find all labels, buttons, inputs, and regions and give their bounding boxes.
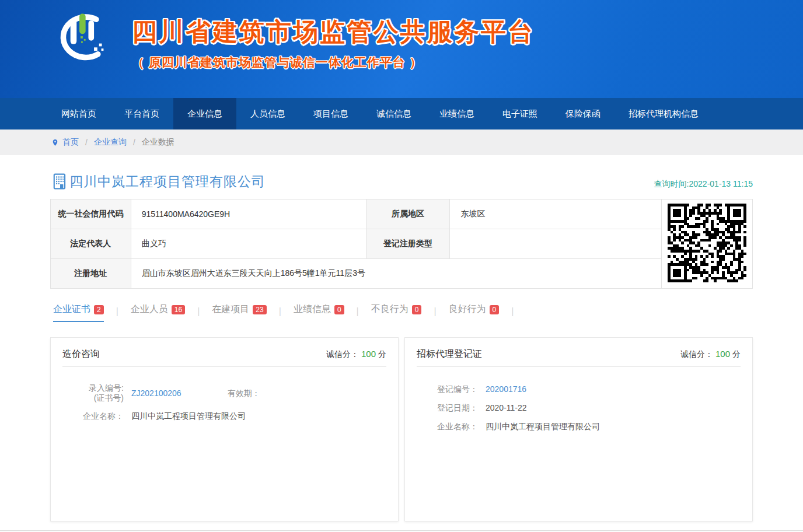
card-body: 登记编号： 202001716 登记日期： 2020-11-22 企业名称： 四… bbox=[417, 367, 741, 432]
tab-performance-info[interactable]: 业绩信息 0 bbox=[294, 303, 344, 322]
field-row-registration-date: 登记日期： 2020-11-22 bbox=[417, 402, 741, 414]
breadcrumb: 首页 / 企业查询 / 企业数据 bbox=[0, 130, 803, 155]
nav-item-credit-info[interactable]: 诚信信息 bbox=[362, 98, 425, 130]
company-title-row: 四川中岚工程项目管理有限公司 查询时间:2022-01-13 11:15 bbox=[50, 172, 753, 191]
credit-score-value: 100 bbox=[715, 349, 730, 359]
tab-count-badge: 16 bbox=[172, 305, 185, 314]
tab-enterprise-personnel[interactable]: 企业人员 16 bbox=[131, 303, 185, 322]
nav-item-enterprise-info[interactable]: 企业信息 bbox=[173, 98, 236, 130]
field-label-registration-type: 登记注册类型 bbox=[366, 229, 450, 259]
tab-label: 企业人员 bbox=[131, 303, 168, 316]
company-name-label: 企业名称： bbox=[62, 410, 124, 422]
tab-count-badge: 0 bbox=[490, 305, 500, 314]
tab-label: 不良行为 bbox=[371, 303, 409, 316]
tab-bad-behavior[interactable]: 不良行为 0 bbox=[371, 303, 422, 322]
nav-item-e-certificate[interactable]: 电子证照 bbox=[488, 98, 551, 130]
page-title-company-name: 四川中岚工程项目管理有限公司 bbox=[69, 173, 266, 191]
credit-score-label: 诚信分： bbox=[326, 349, 359, 359]
credit-score-unit: 分 bbox=[378, 349, 386, 359]
credit-score: 诚信分：100分 bbox=[326, 349, 386, 360]
tab-separator: | bbox=[197, 306, 200, 322]
field-value-registration-type bbox=[450, 229, 662, 259]
tab-count-badge: 23 bbox=[253, 305, 266, 314]
site-subtitle: （ 原四川省建筑市场监管与诚信一体化工作平台 ） bbox=[132, 54, 535, 71]
building-icon bbox=[53, 173, 67, 190]
breadcrumb-current-page: 企业数据 bbox=[142, 137, 174, 148]
registration-number-label: 登记编号： bbox=[417, 383, 478, 395]
field-row-registration-number: 登记编号： 202001716 bbox=[417, 383, 741, 395]
nav-item-bidding-agency-info[interactable]: 招标代理机构信息 bbox=[615, 98, 713, 130]
card-title: 招标代理登记证 bbox=[417, 348, 482, 360]
field-row-company-name: 企业名称： 四川中岚工程项目管理有限公司 bbox=[417, 421, 741, 432]
tab-separator: | bbox=[279, 306, 281, 322]
certificate-number-label-line2: (证书号) bbox=[62, 393, 124, 403]
tab-separator: | bbox=[357, 306, 359, 322]
company-name-label: 企业名称： bbox=[417, 421, 478, 432]
card-header: 招标代理登记证 诚信分：100分 bbox=[417, 338, 741, 367]
field-value-credit-code: 91511400MA6420GE9H bbox=[131, 200, 366, 229]
field-row-certificate-number: 录入编号: (证书号) ZJ202100206 有效期： bbox=[62, 383, 386, 403]
nav-item-site-home[interactable]: 网站首页 bbox=[47, 98, 110, 130]
breadcrumb-enterprise-query-link[interactable]: 企业查询 bbox=[94, 137, 127, 148]
nav-item-insurance-guarantee[interactable]: 保险保函 bbox=[551, 98, 615, 130]
tab-separator: | bbox=[511, 306, 514, 322]
company-name-value: 四川中岚工程项目管理有限公司 bbox=[486, 421, 600, 432]
table-row: 统一社会信用代码 91511400MA6420GE9H 所属地区 东坡区 bbox=[51, 200, 753, 229]
registration-number-link[interactable]: 202001716 bbox=[486, 383, 526, 395]
qr-cell bbox=[662, 200, 753, 289]
tab-count-badge: 0 bbox=[334, 305, 344, 314]
field-label-registered-address: 注册地址 bbox=[51, 259, 131, 289]
location-pin-icon bbox=[51, 138, 59, 148]
credit-score-label: 诚信分： bbox=[680, 349, 713, 359]
tab-separator: | bbox=[434, 306, 436, 322]
tab-count-badge: 0 bbox=[412, 305, 422, 314]
certificate-number-label: 录入编号: (证书号) bbox=[62, 383, 124, 403]
card-body: 录入编号: (证书号) ZJ202100206 有效期： 企业名称： 四川中岚工… bbox=[62, 367, 386, 422]
card-header: 造价咨询 诚信分：100分 bbox=[62, 338, 386, 367]
nav-item-platform-home[interactable]: 平台首页 bbox=[110, 98, 173, 130]
platform-logo-icon bbox=[51, 7, 110, 68]
query-time: 查询时间:2022-01-13 11:15 bbox=[654, 179, 753, 190]
site-title: 四川省建筑市场监管公共服务平台 bbox=[132, 15, 535, 49]
credit-score: 诚信分：100分 bbox=[680, 349, 741, 360]
breadcrumb-separator: / bbox=[133, 138, 135, 147]
company-name-value: 四川中岚工程项目管理有限公司 bbox=[131, 410, 246, 422]
tab-good-behavior[interactable]: 良好行为 0 bbox=[449, 303, 500, 322]
registration-date-value: 2020-11-22 bbox=[486, 402, 527, 414]
bidding-agency-registration-card: 招标代理登记证 诚信分：100分 登记编号： 202001716 登记日期： 2… bbox=[404, 337, 753, 522]
field-value-legal-representative: 曲义巧 bbox=[131, 229, 366, 259]
nav-item-project-info[interactable]: 项目信息 bbox=[299, 98, 362, 130]
credit-score-value: 100 bbox=[361, 349, 376, 359]
table-row: 法定代表人 曲义巧 登记注册类型 bbox=[51, 229, 753, 259]
field-label-legal-representative: 法定代表人 bbox=[51, 229, 131, 259]
cost-consulting-certificate-card: 造价咨询 诚信分：100分 录入编号: (证书号) ZJ202100206 有效… bbox=[50, 337, 399, 522]
detail-tabs: 企业证书 2 | 企业人员 16 | 在建项目 23 | 业绩信息 0 | 不良… bbox=[50, 303, 753, 322]
nav-item-personnel-info[interactable]: 人员信息 bbox=[236, 98, 299, 130]
credit-score-unit: 分 bbox=[732, 349, 741, 359]
certificate-number-link[interactable]: ZJ202100206 bbox=[131, 387, 181, 399]
field-value-region: 东坡区 bbox=[450, 200, 662, 229]
qr-code bbox=[668, 204, 746, 282]
tab-separator: | bbox=[116, 306, 118, 322]
field-label-region: 所属地区 bbox=[366, 200, 450, 229]
site-header: 四川省建筑市场监管公共服务平台 （ 原四川省建筑市场监管与诚信一体化工作平台 ） bbox=[0, 0, 803, 98]
tab-label: 良好行为 bbox=[449, 303, 486, 316]
tab-projects-under-construction[interactable]: 在建项目 23 bbox=[212, 303, 266, 322]
tab-label: 业绩信息 bbox=[294, 303, 331, 316]
header-titles: 四川省建筑市场监管公共服务平台 （ 原四川省建筑市场监管与诚信一体化工作平台 ） bbox=[132, 15, 535, 71]
tab-enterprise-certificates[interactable]: 企业证书 2 bbox=[53, 303, 104, 322]
company-info-table: 统一社会信用代码 91511400MA6420GE9H 所属地区 东坡区 法定代… bbox=[50, 199, 753, 289]
breadcrumb-separator: / bbox=[85, 138, 88, 147]
main-content: 四川中岚工程项目管理有限公司 查询时间:2022-01-13 11:15 统一社… bbox=[50, 172, 753, 522]
nav-item-performance-info[interactable]: 业绩信息 bbox=[425, 98, 488, 130]
field-label-credit-code: 统一社会信用代码 bbox=[51, 200, 131, 229]
certificate-number-label-line1: 录入编号: bbox=[62, 383, 124, 393]
table-row: 注册地址 眉山市东坡区眉州大道东三段天天向上186号5幢1单元11层3号 bbox=[51, 259, 753, 289]
certificate-cards: 造价咨询 诚信分：100分 录入编号: (证书号) ZJ202100206 有效… bbox=[50, 337, 753, 522]
field-row-company-name: 企业名称： 四川中岚工程项目管理有限公司 bbox=[62, 410, 386, 422]
breadcrumb-home-link[interactable]: 首页 bbox=[62, 137, 79, 148]
tab-count-badge: 2 bbox=[94, 305, 104, 314]
tab-label: 企业证书 bbox=[53, 303, 90, 316]
field-value-registered-address: 眉山市东坡区眉州大道东三段天天向上186号5幢1单元11层3号 bbox=[131, 259, 662, 289]
tab-label: 在建项目 bbox=[212, 303, 249, 316]
